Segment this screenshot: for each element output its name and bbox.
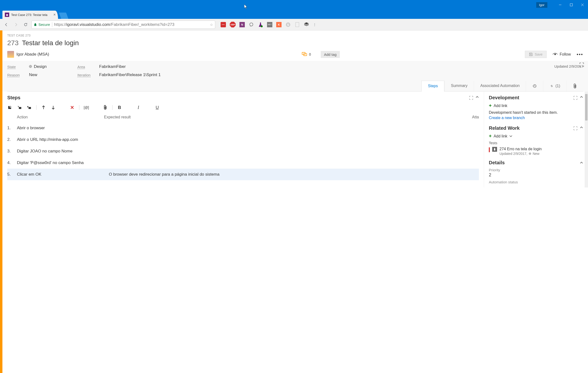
adblock-icon[interactable]: ABP — [230, 22, 236, 28]
skype-icon[interactable]: S — [285, 22, 291, 27]
window-maximize-button[interactable] — [566, 0, 577, 10]
mouse-cursor — [244, 4, 248, 9]
lock-icon — [34, 23, 37, 26]
svg-point-5 — [261, 25, 263, 27]
flask-icon[interactable] — [258, 22, 263, 27]
svg-rect-8 — [295, 22, 299, 27]
window-close-button[interactable] — [577, 0, 588, 10]
url-text: https://igoravl.visualstudio.com/Fabrika… — [54, 22, 208, 27]
tab-favicon: ◆ — [5, 12, 9, 17]
bookmark-star-icon[interactable]: ☆ — [210, 23, 213, 27]
window-minimize-button[interactable] — [555, 0, 566, 10]
browser-tabbar: ◆ Test Case 273: Testar tela × — [0, 10, 588, 19]
tab-title: Test Case 273: Testar tela — [11, 13, 51, 17]
browser-toolbar: Secure https://igoravl.visualstudio.com/… — [0, 19, 588, 30]
browser-tab[interactable]: ◆ Test Case 273: Testar tela × — [2, 11, 58, 19]
tab-close-icon[interactable]: × — [53, 12, 56, 17]
profile-badge[interactable]: Igor — [536, 2, 547, 8]
nav-forward-button[interactable] — [12, 21, 20, 29]
onenote-icon[interactable]: N — [240, 22, 245, 27]
svg-rect-1 — [570, 4, 573, 6]
note-icon[interactable] — [294, 22, 300, 27]
address-bar[interactable]: Secure https://igoravl.visualstudio.com/… — [32, 20, 215, 29]
window-titlebar: Igor — [0, 0, 588, 10]
lastpass-icon[interactable]: ••• — [220, 22, 226, 27]
new-tab-button[interactable] — [59, 12, 68, 19]
nav-reload-button[interactable] — [22, 21, 30, 29]
secure-indicator[interactable]: Secure — [34, 22, 50, 27]
secure-label: Secure — [38, 22, 50, 27]
extension-icons: ••• ABP N NET K S — [220, 22, 309, 28]
svg-point-4 — [250, 23, 253, 26]
net-new-icon[interactable]: NET — [267, 22, 272, 27]
chat-icon[interactable] — [249, 22, 254, 27]
nav-back-button[interactable] — [2, 21, 10, 29]
svg-text:S: S — [287, 23, 289, 26]
buffer-icon[interactable] — [304, 22, 309, 27]
separator — [52, 22, 52, 27]
browser-chrome: Igor ◆ Test Case 273: Testar tela × Secu… — [0, 0, 588, 30]
klout-icon[interactable]: K — [276, 22, 282, 27]
chrome-menu-icon[interactable]: ⋮ — [311, 23, 318, 27]
